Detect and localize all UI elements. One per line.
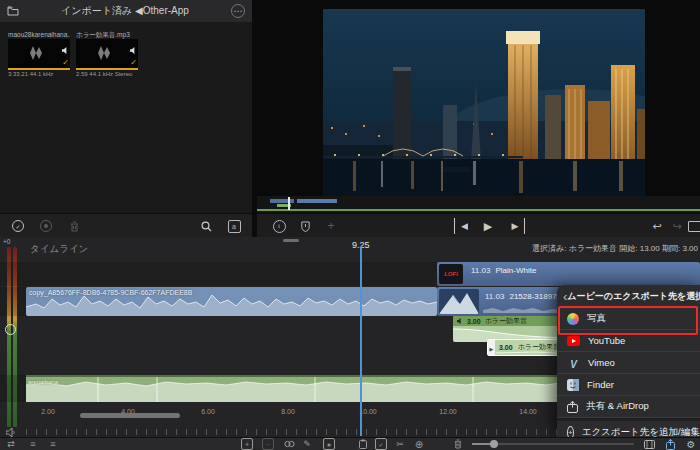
ruler-label: 8.00	[281, 408, 295, 415]
export-dest-label: Vimeo	[588, 357, 615, 368]
select-all-button[interactable]	[10, 218, 26, 234]
export-dest-label: 共有 & AirDrop	[586, 400, 649, 413]
more-options-icon[interactable]	[231, 4, 245, 18]
panel-drag-handle[interactable]	[283, 239, 299, 242]
media-tile-thumbnail	[8, 39, 70, 70]
preview-panel	[257, 0, 700, 196]
meter-db-label: +0	[3, 238, 10, 245]
sort-icon[interactable]	[226, 218, 242, 234]
project-settings-icon[interactable]	[642, 438, 656, 450]
export-dest-label: YouTube	[588, 335, 625, 346]
trash-icon[interactable]	[66, 218, 82, 234]
transport-toolbar	[257, 213, 700, 237]
media-tile-meta: 3:33.21 44.1 kHz	[8, 71, 70, 77]
clip-duration: 11.03	[471, 266, 490, 275]
library-title: インポート済み ◀Other-App	[19, 4, 231, 18]
swap-tracks-icon[interactable]	[4, 438, 18, 450]
select-checkbox-icon[interactable]	[374, 438, 388, 450]
clip-thumbnail: LOFi	[439, 264, 463, 284]
track-options-icon[interactable]	[46, 438, 60, 450]
export-destination-menu: ムービーのエクスポート先を選択 写真 YouTube Vimeo Finder …	[557, 285, 700, 437]
overview-clip-block	[297, 199, 337, 203]
redo-button[interactable]	[669, 218, 685, 234]
ruler-label: 2.00	[41, 408, 55, 415]
export-dest-label: Finder	[587, 379, 614, 390]
bottom-toolbar	[0, 437, 700, 450]
library-header: インポート済み ◀Other-App	[0, 0, 252, 22]
preview-video	[323, 9, 645, 196]
export-dest-vimeo[interactable]: Vimeo	[557, 352, 700, 374]
ruler-label: 14.00	[519, 408, 537, 415]
clip-name: Plain-White	[495, 266, 536, 275]
media-tile-audio2[interactable]: ホラー効果音.mp3 2.59 44.1 kHz Stereo	[76, 31, 138, 77]
preview-overview-strip[interactable]	[257, 196, 700, 213]
playhead[interactable]	[360, 247, 362, 436]
clip-audio-main[interactable]: copy_A85676FF-8DB6-4785-9CBF-662F7AFDEE8…	[26, 287, 437, 316]
check-icon	[130, 58, 137, 67]
ruler-label: 6.00	[201, 408, 215, 415]
timeline-title: タイムライン	[30, 243, 88, 256]
insert-clip-icon[interactable]	[240, 438, 254, 450]
clip-duration: 11.03	[485, 292, 504, 301]
ruler-label: 12.00	[439, 408, 457, 415]
clip-trim-handle[interactable]: ▶	[488, 340, 495, 356]
add-icon[interactable]	[323, 218, 339, 234]
clip-name: copy_A85676FF-8DB6-4785-9CBF-662F7AFDEE8…	[29, 289, 192, 296]
delete-trash-icon[interactable]	[451, 438, 465, 450]
library-panel: インポート済み ◀Other-App maou28karenaihana... …	[0, 0, 252, 237]
speaker-icon	[130, 40, 137, 58]
overview-playhead[interactable]	[288, 197, 290, 210]
library-toolbar	[0, 213, 252, 237]
link-clips-icon[interactable]	[282, 438, 296, 450]
undo-button[interactable]	[649, 218, 665, 234]
track-headers-icon[interactable]	[26, 438, 40, 450]
media-tile-thumbnail	[76, 39, 138, 70]
clip-duration: 3.00	[467, 318, 481, 325]
selection-info: 選択済み: ホラー効果音 開始: 13.00 期間: 3.00	[532, 243, 698, 254]
share-export-icon[interactable]	[663, 438, 677, 450]
clipboard-icon[interactable]	[356, 438, 370, 450]
skip-forward-button[interactable]	[507, 218, 525, 234]
folder-icon[interactable]	[7, 6, 19, 16]
export-dest-share-airdrop[interactable]: 共有 & AirDrop	[557, 396, 700, 418]
video-editor-app: インポート済み ◀Other-App maou28karenaihana... …	[0, 0, 700, 450]
media-tile-name: ホラー効果音.mp3	[76, 31, 138, 39]
clip-name: arenaihana	[28, 379, 58, 385]
info-icon[interactable]	[271, 218, 287, 234]
effects-star-icon[interactable]	[322, 438, 336, 450]
export-menu-header: ムービーのエクスポート先を選択	[557, 285, 700, 308]
check-icon	[62, 58, 69, 67]
zoom-slider-track[interactable]	[472, 443, 634, 445]
overview-clip-block	[270, 199, 294, 203]
master-volume-knob[interactable]	[5, 324, 16, 335]
record-button[interactable]	[38, 218, 54, 234]
skip-back-button[interactable]	[454, 218, 472, 234]
fullscreen-icon[interactable]	[687, 218, 700, 234]
remove-clip-icon[interactable]	[261, 438, 275, 450]
export-dest-finder[interactable]: Finder	[557, 374, 700, 396]
share-airdrop-icon	[567, 401, 578, 413]
marker-shield-icon[interactable]	[297, 218, 313, 234]
play-button[interactable]	[480, 218, 496, 234]
media-tile-meta: 2.59 44.1 kHz Stereo	[76, 71, 138, 77]
overview-track-line	[257, 209, 700, 211]
annotation-highlight-box	[558, 306, 698, 335]
zoom-slider-knob[interactable]	[490, 440, 498, 448]
search-icon[interactable]	[198, 218, 214, 234]
ruler-label: 10.00	[359, 408, 377, 415]
vimeo-icon	[567, 354, 580, 372]
youtube-icon	[567, 336, 580, 346]
edit-pencil-icon[interactable]	[300, 438, 314, 450]
clip-thumb-logo: LOFi	[444, 271, 458, 277]
finder-icon	[567, 379, 579, 391]
add-marker-icon[interactable]	[412, 438, 426, 450]
split-scissors-icon[interactable]	[393, 438, 407, 450]
speaker-icon	[62, 40, 69, 58]
media-tile-name: maou28karenaihana...	[8, 31, 70, 39]
export-menu-title: ムービーのエクスポート先を選択	[567, 290, 700, 303]
settings-gear-icon[interactable]	[684, 438, 698, 450]
timeline-scrollbar[interactable]	[80, 413, 180, 418]
speaker-icon	[457, 318, 463, 324]
media-tile-audio1[interactable]: maou28karenaihana... 3:33.21 44.1 kHz	[8, 31, 70, 77]
clip-title-plain-white[interactable]: LOFi 11.03 Plain-White	[437, 262, 700, 286]
